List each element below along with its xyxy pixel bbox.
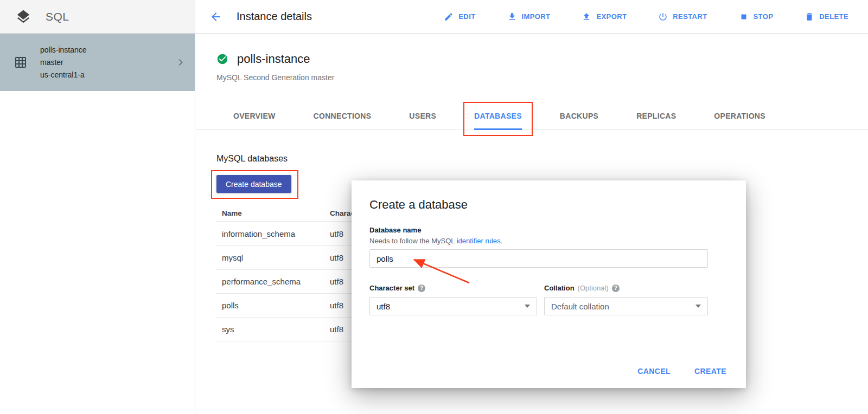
edit-button[interactable]: EDIT [444, 12, 475, 22]
database-name-hint: Needs to follow the MySQL identifier rul… [369, 237, 502, 245]
instance-zone: us-central1-a [40, 69, 87, 81]
stop-button-label: STOP [754, 12, 774, 21]
import-button-label: IMPORT [522, 12, 551, 21]
collation-value: Default collation [551, 302, 609, 311]
column-header-name: Name [216, 209, 330, 217]
delete-button[interactable]: DELETE [805, 12, 848, 22]
collation-help-icon[interactable] [612, 284, 620, 292]
cloud-sql-logo-icon [15, 9, 31, 25]
arrow-back-icon [209, 10, 222, 23]
dialog-actions: CANCEL CREATE [637, 367, 726, 376]
cancel-button[interactable]: CANCEL [637, 367, 671, 376]
collation-dropdown[interactable]: Default collation [544, 297, 708, 315]
db-name-cell: performance_schema [216, 277, 330, 286]
status-check-circle-icon [216, 53, 228, 65]
stop-button[interactable]: STOP [739, 12, 774, 22]
tab-replicas[interactable]: REPLICAS [636, 103, 676, 130]
collation-optional-note: (Optional) [578, 284, 609, 292]
db-name-cell: sys [216, 325, 330, 334]
tab-users[interactable]: USERS [409, 103, 436, 130]
tab-databases-label: DATABASES [474, 112, 522, 120]
instance-subtitle: MySQL Second Generation master [216, 73, 334, 82]
dialog-title: Create a database [369, 198, 468, 212]
db-name-cell: polls [216, 301, 330, 310]
create-database-dialog: Create a database Database name Needs to… [352, 180, 746, 388]
create-database-button[interactable]: Create database [216, 175, 291, 193]
instance-tabs: OVERVIEW CONNECTIONS USERS DATABASES BAC… [196, 103, 868, 130]
chevron-right-icon [174, 56, 187, 69]
instances-sidebar: polls-instance master us-central1-a [0, 34, 195, 414]
database-name-input[interactable] [369, 249, 708, 268]
export-icon [582, 12, 591, 22]
tab-databases[interactable]: DATABASES [474, 103, 522, 130]
character-set-field: Character set utf8 [369, 284, 537, 315]
database-name-label: Database name [369, 226, 421, 234]
instance-role: master [40, 56, 87, 69]
tab-overview[interactable]: OVERVIEW [233, 103, 276, 130]
dialog-create-button[interactable]: CREATE [694, 367, 726, 376]
collation-label: Collation [544, 284, 575, 292]
import-button[interactable]: IMPORT [507, 12, 551, 22]
export-button-label: EXPORT [596, 12, 627, 21]
instance-grid-icon [14, 56, 27, 69]
db-name-cell: mysql [216, 253, 330, 262]
db-name-cell: information_schema [216, 229, 330, 238]
instance-status-row: polls-instance [216, 52, 310, 66]
delete-icon [805, 12, 814, 22]
character-set-value: utf8 [376, 302, 390, 311]
hint-text: Needs to follow the MySQL [369, 237, 457, 245]
identifier-rules-link[interactable]: identifier rules [457, 237, 501, 245]
back-button[interactable] [209, 10, 222, 23]
restart-button[interactable]: RESTART [658, 12, 707, 22]
delete-button-label: DELETE [819, 12, 848, 21]
import-icon [507, 12, 517, 22]
edit-icon [444, 12, 454, 22]
product-name: SQL [46, 10, 69, 23]
dropdown-caret-icon [695, 305, 701, 308]
sidebar-item-polls-instance[interactable]: polls-instance master us-central1-a [0, 34, 195, 91]
edit-button-label: EDIT [458, 12, 475, 21]
instance-name: polls-instance [40, 44, 87, 56]
tab-operations[interactable]: OPERATIONS [714, 103, 765, 130]
tab-backups[interactable]: BACKUPS [560, 103, 598, 130]
instance-action-toolbar: EDIT IMPORT EXPORT RESTART STOP DELETE [444, 12, 868, 22]
databases-section-heading: MySQL databases [216, 154, 288, 164]
page-header: Instance details EDIT IMPORT EXPORT REST… [195, 0, 868, 34]
instance-title: polls-instance [237, 52, 310, 66]
product-header: SQL [0, 0, 195, 34]
character-set-dropdown[interactable]: utf8 [369, 297, 537, 315]
character-set-help-icon[interactable] [418, 284, 425, 292]
dropdown-caret-icon [525, 305, 530, 308]
restart-button-label: RESTART [673, 12, 707, 21]
create-database-wrap: Create database [216, 175, 291, 193]
restart-icon [658, 12, 668, 22]
hint-period: . [501, 237, 503, 245]
instance-meta: polls-instance master us-central1-a [40, 44, 87, 81]
stop-icon [739, 12, 749, 22]
tab-connections[interactable]: CONNECTIONS [314, 103, 372, 130]
export-button[interactable]: EXPORT [582, 12, 627, 22]
page-title: Instance details [237, 10, 312, 23]
character-set-label: Character set [369, 284, 414, 292]
collation-field: Collation (Optional) Default collation [544, 284, 708, 315]
